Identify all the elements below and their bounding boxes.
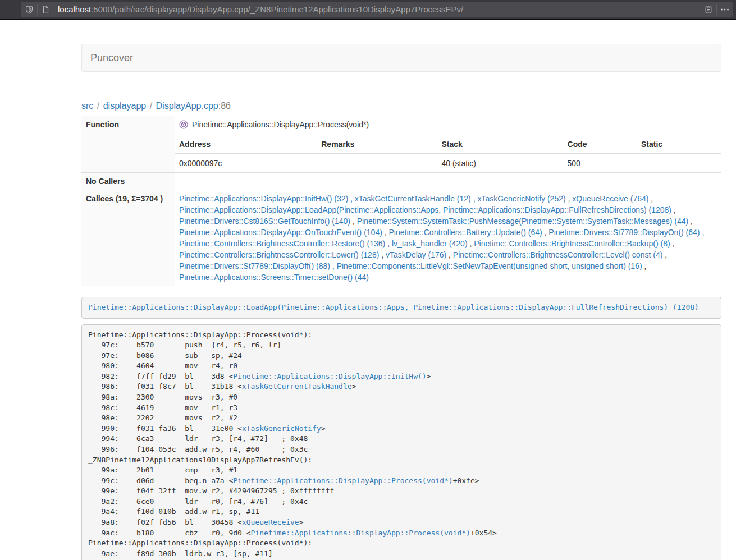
col-header-address: Address [175, 135, 317, 154]
col-header-stack: Stack [437, 135, 563, 154]
col-header-static: Static [637, 135, 721, 154]
function-row: Function Pinetime::Applications::Display… [81, 116, 721, 135]
url-bar[interactable]: localhost:5000/path/src/displayapp/Displ… [21, 2, 733, 17]
metrics-table: Address Remarks Stack Code Static 0x0000… [175, 135, 721, 172]
code-value: 500 [563, 154, 637, 172]
url-text[interactable]: localhost:5000/path/src/displayapp/Displ… [58, 4, 701, 14]
address-value: 0x0000097c [175, 154, 317, 172]
callee-link[interactable]: Pinetime::Drivers::St7789::DisplayOff() … [179, 261, 330, 270]
assembly-symbol-link[interactable]: xTaskGenericNotify [242, 424, 321, 433]
url-host: localhost [58, 4, 91, 14]
callee-link[interactable]: Pinetime::Controllers::BrightnessControl… [474, 239, 670, 248]
remarks-value [317, 154, 437, 172]
browser-toolbar: localhost:5000/path/src/displayapp/Displ… [0, 0, 736, 20]
more-actions-icon[interactable] [717, 2, 733, 17]
function-name: Pinetime::Applications::DisplayApp::Proc… [192, 119, 369, 130]
assembly-listing: Pinetime::Applications::DisplayApp::Proc… [81, 324, 721, 560]
assembly-code: Pinetime::Applications::DisplayApp::Proc… [88, 331, 497, 560]
callee-link[interactable]: Pinetime::Applications::DisplayApp::Init… [179, 194, 348, 203]
static-value [637, 154, 721, 172]
selected-callee-snippet: Pinetime::Applications::DisplayApp::Load… [81, 297, 721, 319]
shield-icon[interactable] [21, 2, 37, 17]
callees-label: Callees (19, Σ=3704 ) [81, 190, 175, 286]
callee-link[interactable]: Pinetime::System::SystemTask::PushMessag… [357, 217, 689, 226]
col-header-code: Code [563, 135, 637, 154]
breadcrumb-separator: / [96, 101, 100, 111]
callee-link[interactable]: Pinetime::Controllers::BrightnessControl… [179, 239, 385, 248]
breadcrumb-line-number: :86 [218, 101, 231, 111]
reader-mode-icon[interactable] [701, 2, 716, 17]
callee-link[interactable]: Pinetime::Applications::DisplayApp::OnTo… [179, 228, 382, 237]
callee-link[interactable]: Pinetime::Controllers::BrightnessControl… [179, 250, 379, 259]
callees-list: Pinetime::Applications::DisplayApp::Init… [175, 190, 721, 286]
callee-link[interactable]: Pinetime::Drivers::St7789::DisplayOn() (… [548, 228, 700, 237]
assembly-symbol-link[interactable]: Pinetime::Applications::DisplayApp::Proc… [233, 476, 452, 485]
callees-row: Callees (19, Σ=3704 ) Pinetime::Applicat… [81, 190, 721, 286]
breadcrumb: src / displayapp / DisplayApp.cpp:86 [81, 101, 721, 111]
callee-link[interactable]: Pinetime::Applications::DisplayApp::Load… [179, 205, 671, 214]
assembly-symbol-link[interactable]: Pinetime::Applications::DisplayApp::Proc… [251, 529, 470, 537]
callee-link[interactable]: vTaskDelay (176) [386, 250, 446, 259]
page-container: Puncover src / displayapp / DisplayApp.c… [81, 44, 721, 560]
breadcrumb-file-link[interactable]: DisplayApp.cpp [156, 101, 218, 111]
page-icon[interactable] [38, 2, 53, 17]
navbar: Puncover [81, 44, 721, 72]
no-callers-label: No Callers [81, 173, 175, 190]
stack-value: 40 (static) [437, 154, 563, 172]
breadcrumb-src-link[interactable]: src [81, 101, 93, 111]
col-header-remarks: Remarks [317, 135, 437, 154]
callee-link[interactable]: xTaskGenericNotify (252) [477, 194, 565, 203]
breadcrumb-displayapp-link[interactable]: displayapp [103, 101, 147, 111]
callee-link[interactable]: Pinetime::Drivers::Cst816S::GetTouchInfo… [179, 217, 350, 226]
metrics-row: Address Remarks Stack Code Static 0x0000… [81, 135, 721, 173]
no-callers-row: No Callers [81, 173, 721, 190]
callee-link[interactable]: Pinetime::Controllers::BrightnessControl… [453, 250, 662, 259]
callee-link[interactable]: Pinetime::Components::LittleVgl::SetNewT… [337, 261, 642, 270]
function-label: Function [81, 116, 175, 135]
callee-link[interactable]: Pinetime::Applications::Screens::Timer::… [179, 273, 369, 282]
callee-link[interactable]: xTaskGetCurrentTaskHandle (12) [355, 194, 471, 203]
brand-link[interactable]: Puncover [82, 52, 141, 64]
callee-link[interactable]: xQueueReceive (764) [572, 194, 648, 203]
url-path: :5000/path/src/displayapp/DisplayApp.cpp… [91, 4, 463, 14]
callee-link[interactable]: Pinetime::Controllers::Battery::Update()… [389, 228, 542, 237]
metrics-values-row: 0x0000097c 40 (static) 500 [175, 154, 721, 172]
callee-link[interactable]: lv_task_handler (420) [392, 239, 468, 248]
assembly-symbol-link[interactable]: Pinetime::Applications::DisplayApp::Init… [233, 372, 426, 380]
breadcrumb-separator-2: / [149, 101, 153, 111]
cube-in-circle-icon [179, 120, 188, 129]
metrics-label-empty [81, 135, 175, 173]
assembly-symbol-link[interactable]: xQueueReceive [242, 518, 299, 526]
function-details-table: Function Pinetime::Applications::Display… [81, 116, 721, 286]
assembly-symbol-link[interactable]: xTaskGetCurrentTaskHandle [242, 382, 352, 391]
loadapp-symbol-link[interactable]: Pinetime::Applications::DisplayApp::Load… [88, 303, 699, 311]
